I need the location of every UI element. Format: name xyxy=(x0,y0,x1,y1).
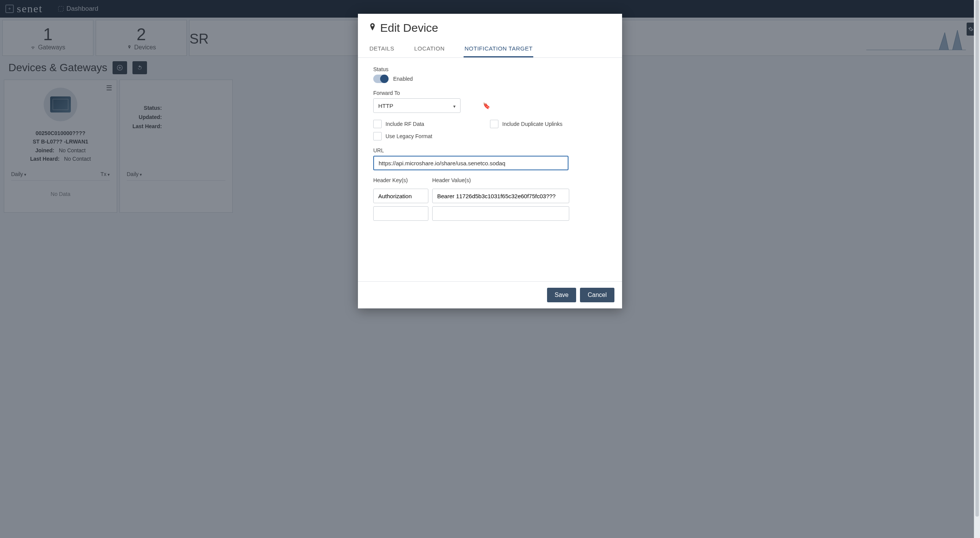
header-keys-label: Header Key(s) xyxy=(373,177,428,183)
url-label: URL xyxy=(373,147,607,153)
forward-to-value: HTTP xyxy=(378,103,393,109)
header-key-input-2[interactable] xyxy=(373,206,428,221)
header-value-input-1[interactable] xyxy=(432,189,569,203)
scrollbar[interactable] xyxy=(974,0,980,538)
legacy-format-label: Use Legacy Format xyxy=(385,133,432,139)
scrollbar-thumb[interactable] xyxy=(975,0,979,517)
forward-to-label: Forward To xyxy=(373,90,607,96)
tab-details[interactable]: DETAILS xyxy=(369,40,395,57)
modal-overlay[interactable]: Edit Device DETAILS LOCATION NOTIFICATIO… xyxy=(0,0,980,538)
cancel-button[interactable]: Cancel xyxy=(580,288,614,302)
modal-footer: Save Cancel xyxy=(358,281,622,308)
include-rf-checkbox[interactable] xyxy=(373,120,382,128)
include-dup-label: Include Duplicate Uplinks xyxy=(502,121,562,127)
tab-location[interactable]: LOCATION xyxy=(413,40,446,57)
edit-device-modal: Edit Device DETAILS LOCATION NOTIFICATIO… xyxy=(358,14,622,308)
include-dup-checkbox[interactable] xyxy=(490,120,498,128)
url-input[interactable] xyxy=(373,156,568,170)
include-rf-label: Include RF Data xyxy=(385,121,424,127)
status-label: Status xyxy=(373,66,607,72)
status-toggle[interactable] xyxy=(373,75,389,83)
chevron-down-icon xyxy=(453,103,456,109)
modal-title: Edit Device xyxy=(380,21,438,34)
modal-tabs: DETAILS LOCATION NOTIFICATION TARGET xyxy=(358,40,622,58)
save-button[interactable]: Save xyxy=(547,288,576,302)
status-value: Enabled xyxy=(393,76,413,82)
bookmark-icon[interactable]: 🔖 xyxy=(483,102,490,109)
modal-header: Edit Device xyxy=(358,14,622,40)
tab-notification-target[interactable]: NOTIFICATION TARGET xyxy=(464,40,533,57)
header-value-input-2[interactable] xyxy=(432,206,569,221)
legacy-format-checkbox[interactable] xyxy=(373,132,382,140)
header-values-label: Header Value(s) xyxy=(432,177,569,183)
forward-to-select[interactable]: HTTP xyxy=(373,98,461,113)
modal-body: Status Enabled Forward To HTTP 🔖 xyxy=(358,58,622,281)
pin-icon xyxy=(369,23,376,33)
header-key-input-1[interactable] xyxy=(373,189,428,203)
